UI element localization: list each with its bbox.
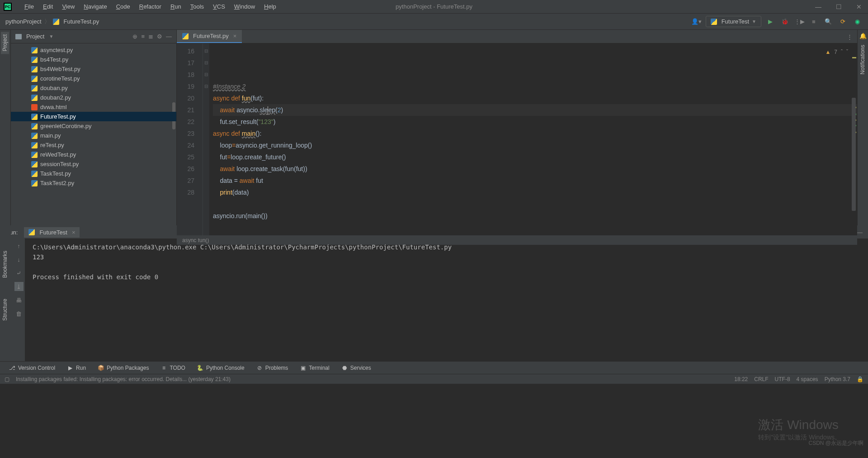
wrap-icon[interactable]: ⤶ xyxy=(14,268,24,277)
panel-title[interactable]: Project xyxy=(26,33,44,40)
code-line[interactable] xyxy=(213,222,857,234)
indent[interactable]: 4 spaces xyxy=(797,376,818,382)
bottom-tab-python-packages[interactable]: 📦Python Packages xyxy=(93,363,153,373)
tree-item[interactable]: reTest.py xyxy=(11,140,176,150)
add-user-icon[interactable]: 👤▾ xyxy=(691,16,702,27)
stop-button[interactable]: ■ xyxy=(808,16,819,27)
code-line[interactable]: async def main(): xyxy=(213,128,857,139)
breadcrumb-file[interactable]: FutureTest.py xyxy=(64,18,99,25)
tab-bookmarks[interactable]: Bookmarks xyxy=(1,248,10,281)
code-line[interactable]: await loop.create_task(fun(fut)) xyxy=(213,163,857,175)
tab-structure[interactable]: Structure xyxy=(1,296,10,324)
line-separator[interactable]: CRLF xyxy=(754,376,768,382)
tree-item[interactable]: dvwa.html xyxy=(11,102,176,112)
tree-item[interactable]: corotineTest.py xyxy=(11,74,176,83)
bottom-tab-version-control[interactable]: ⎇Version Control xyxy=(5,363,60,373)
chevron-down-icon[interactable]: ▼ xyxy=(49,34,53,39)
menu-file[interactable]: File xyxy=(21,1,38,12)
tree-item[interactable]: asynctest.py xyxy=(11,45,176,55)
run-tab[interactable]: FutureTest × xyxy=(24,227,80,238)
code-line[interactable]: loop=asyncio.get_running_loop() xyxy=(213,139,857,151)
down-icon[interactable]: ↓ xyxy=(14,255,24,264)
locate-icon[interactable]: ⊕ xyxy=(132,33,137,40)
menu-code[interactable]: Code xyxy=(113,1,134,12)
tree-item[interactable]: sessionTest.py xyxy=(11,159,176,169)
breadcrumb-project[interactable]: pythonProject xyxy=(5,18,42,25)
tree-item[interactable]: bs4Test.py xyxy=(11,55,176,64)
interpreter[interactable]: Python 3.7 xyxy=(825,376,850,382)
tab-project[interactable]: Project xyxy=(1,32,10,54)
menu-tools[interactable]: Tools xyxy=(187,1,208,12)
run-config-selector[interactable]: FutureTest ▼ xyxy=(706,16,761,27)
gear-icon[interactable]: ⚙ xyxy=(157,33,162,40)
bottom-tab-python-console[interactable]: 🐍Python Console xyxy=(193,363,249,373)
up-icon[interactable]: ↑ xyxy=(14,241,24,250)
menu-refactor[interactable]: Refactor xyxy=(136,1,165,12)
status-icon[interactable]: ▢ xyxy=(5,376,9,382)
inspection-widget[interactable]: ▲ 7 ˆ ˇ xyxy=(825,46,848,58)
menu-run[interactable]: Run xyxy=(167,1,185,12)
print-icon[interactable]: 🖶 xyxy=(14,296,24,305)
code-line[interactable]: data = await fut xyxy=(213,175,857,186)
bottom-tab-todo[interactable]: ≡TODO xyxy=(156,363,189,373)
minimize-icon[interactable]: — xyxy=(812,2,824,11)
bottom-tab-problems[interactable]: ⊘Problems xyxy=(252,363,293,373)
ide-features-icon[interactable]: ◉ xyxy=(852,16,863,27)
menu-help[interactable]: Help xyxy=(260,1,280,12)
code-line[interactable]: asyncio.run(main()) xyxy=(213,210,857,222)
tree-item[interactable]: TaskTest.py xyxy=(11,169,176,178)
tree-item[interactable]: main.py xyxy=(11,131,176,140)
menu-vcs[interactable]: VCS xyxy=(209,1,229,12)
sync-icon[interactable]: ⟳ xyxy=(837,16,848,27)
prev-highlight-icon[interactable]: ˆ xyxy=(841,46,843,58)
bottom-tab-services[interactable]: ⬣Services xyxy=(337,363,376,373)
code-line[interactable]: fut.set_result("123") xyxy=(213,116,857,128)
tree-item[interactable]: douban.py xyxy=(11,83,176,93)
tab-close-icon[interactable]: × xyxy=(233,33,237,39)
bottom-tab-run[interactable]: ▶Run xyxy=(62,363,90,373)
hide-icon[interactable]: — xyxy=(857,229,863,236)
expand-icon[interactable]: ≡ xyxy=(141,33,145,40)
tree-item[interactable]: TaskTest2.py xyxy=(11,178,176,188)
hide-icon[interactable]: — xyxy=(166,33,172,40)
lock-icon[interactable]: 🔒 xyxy=(857,376,863,382)
menu-navigate[interactable]: Navigate xyxy=(80,1,110,12)
tree-item[interactable]: greenletCorotine.py xyxy=(11,121,176,131)
editor-more-icon[interactable]: ⋮ xyxy=(842,31,857,43)
code-line[interactable]: await asyncio.sleep(2) xyxy=(213,104,857,116)
marker[interactable] xyxy=(852,57,856,58)
editor-body[interactable]: 16171819202122232425262728 ⊟⊟⊟⊟ ▲ 7 ˆ ˇ … xyxy=(177,43,857,235)
scroll-to-end-icon[interactable]: ⤓ xyxy=(14,282,24,291)
run-more-button[interactable]: ⋮▶ xyxy=(794,16,805,27)
code-area[interactable]: ▲ 7 ˆ ˇ #Instance 2async def fun(fut): a… xyxy=(209,43,857,235)
menu-edit[interactable]: Edit xyxy=(39,1,57,12)
bottom-tab-terminal[interactable]: ▣Terminal xyxy=(295,363,334,373)
tab-close-icon[interactable]: × xyxy=(72,229,75,236)
code-line[interactable]: #Instance 2 xyxy=(213,81,857,92)
code-line[interactable]: print(data) xyxy=(213,186,857,198)
code-line[interactable] xyxy=(213,198,857,210)
console-output[interactable]: C:\Users\Administrator\anaconda3\python.… xyxy=(25,239,868,361)
tree-item[interactable]: reWedTest.py xyxy=(11,150,176,159)
collapse-icon[interactable]: ≣ xyxy=(148,33,153,40)
tree-item[interactable]: douban2.py xyxy=(11,93,176,102)
trash-icon[interactable]: 🗑 xyxy=(14,309,24,318)
file-tree[interactable]: asynctest.pybs4Test.pybs4WebTest.pycorot… xyxy=(11,43,176,225)
editor-scrollbar[interactable] xyxy=(852,98,856,211)
tree-item[interactable]: bs4WebTest.py xyxy=(11,64,176,74)
menu-window[interactable]: Window xyxy=(231,1,259,12)
next-highlight-icon[interactable]: ˇ xyxy=(846,46,848,58)
tree-item[interactable]: FutureTest.py xyxy=(11,112,176,121)
status-message[interactable]: Installing packages failed: Installing p… xyxy=(16,376,728,382)
bell-icon[interactable]: 🔔 xyxy=(859,33,867,39)
menu-view[interactable]: View xyxy=(58,1,78,12)
code-line[interactable]: fut=loop.create_future() xyxy=(213,151,857,163)
maximize-icon[interactable]: ☐ xyxy=(833,2,844,11)
editor-tab[interactable]: FutureTest.py × xyxy=(177,30,242,43)
encoding[interactable]: UTF-8 xyxy=(775,376,790,382)
fold-gutter[interactable]: ⊟⊟⊟⊟ xyxy=(203,43,209,235)
debug-button[interactable]: 🐞 xyxy=(779,16,790,27)
code-line[interactable]: async def fun(fut): xyxy=(213,92,857,104)
close-icon[interactable]: ✕ xyxy=(854,2,864,11)
run-button[interactable]: ▶ xyxy=(765,16,776,27)
